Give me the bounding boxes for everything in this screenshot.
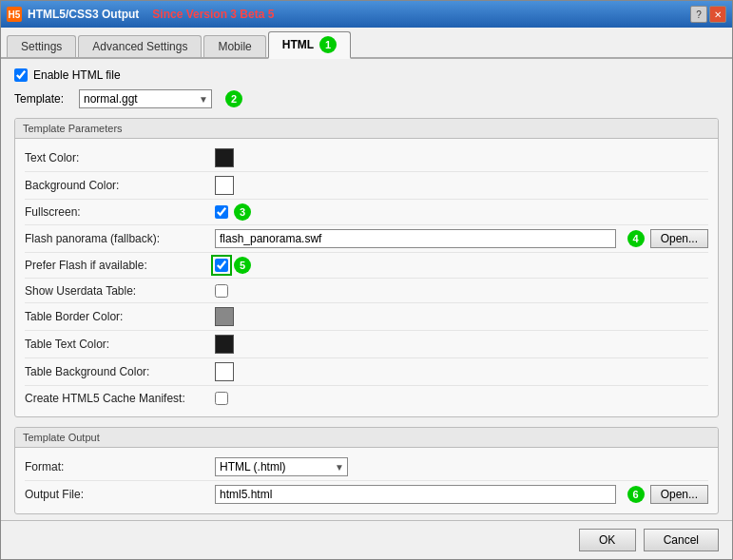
template-params-group: Template Parameters Text Color: Backgrou… <box>14 118 719 417</box>
flash-panorama-input-area: 4 Open... <box>215 229 708 248</box>
bg-color-picker[interactable] <box>215 176 234 195</box>
flash-panorama-input[interactable] <box>215 229 616 248</box>
content-area: Enable HTML file Template: normal.ggt mi… <box>1 59 732 520</box>
flash-panorama-row: Flash panorama (fallback): 4 Open... <box>25 225 708 253</box>
text-color-picker[interactable] <box>215 148 234 167</box>
show-userdata-checkbox[interactable] <box>215 284 228 298</box>
table-text-color-label: Table Text Color: <box>25 338 215 351</box>
format-select-wrapper: HTML (.html) XHTML (.xhtml) PHP (.php) ▼ <box>215 457 348 476</box>
tab-settings[interactable]: Settings <box>7 35 76 57</box>
table-bg-color-label: Table Background Color: <box>25 365 215 378</box>
titlebar-controls: ? ✕ <box>690 6 726 23</box>
output-file-row: Output File: 6 Open... <box>25 481 708 508</box>
titlebar-left: H5 HTML5/CSS3 Output Since Version 3 Bet… <box>7 7 274 22</box>
table-text-color-picker[interactable] <box>215 335 234 354</box>
cache-manifest-label: Create HTML5 Cache Manifest: <box>25 392 215 405</box>
annotation-3: 3 <box>234 203 251 221</box>
tab-advanced-settings[interactable]: Advanced Settings <box>78 35 202 57</box>
template-output-title: Template Output <box>15 428 718 448</box>
annotation-4: 4 <box>627 230 645 247</box>
tabs-bar: Settings Advanced Settings Mobile HTML 1 <box>1 28 732 59</box>
show-userdata-label: Show Userdata Table: <box>25 284 215 298</box>
output-file-input[interactable] <box>215 485 616 504</box>
fullscreen-label: Fullscreen: <box>25 205 215 219</box>
output-file-label: Output File: <box>25 488 215 501</box>
text-color-label: Text Color: <box>25 151 215 164</box>
enable-html-checkbox[interactable] <box>14 68 28 82</box>
bg-color-label: Background Color: <box>25 179 215 192</box>
fullscreen-checkbox[interactable] <box>215 205 228 219</box>
tab-html[interactable]: HTML 1 <box>268 31 351 59</box>
annotation-5: 5 <box>234 257 251 274</box>
output-file-open-button[interactable]: Open... <box>650 485 708 504</box>
close-button[interactable]: ✕ <box>709 6 726 23</box>
annotation-1: 1 <box>319 36 337 53</box>
cache-manifest-checkbox[interactable] <box>215 392 228 405</box>
cancel-button[interactable]: Cancel <box>644 529 719 551</box>
template-select[interactable]: normal.ggt minimal.ggt custom.ggt <box>79 89 212 108</box>
window-subtitle: Since Version 3 Beta 5 <box>152 8 274 21</box>
table-border-color-row: Table Border Color: <box>25 303 708 331</box>
template-row: Template: normal.ggt minimal.ggt custom.… <box>14 89 719 108</box>
cache-manifest-row: Create HTML5 Cache Manifest: <box>25 386 708 411</box>
ok-button[interactable]: OK <box>579 529 636 551</box>
template-params-content: Text Color: Background Color: Fullscreen… <box>15 139 718 416</box>
enable-html-row: Enable HTML file <box>14 68 719 82</box>
annotation-2: 2 <box>225 90 242 107</box>
table-border-color-picker[interactable] <box>215 307 234 326</box>
window-title: HTML5/CSS3 Output <box>28 8 139 21</box>
format-label: Format: <box>25 460 215 473</box>
table-text-color-row: Table Text Color: <box>25 331 708 358</box>
prefer-flash-checkbox[interactable] <box>215 259 228 272</box>
prefer-flash-row: Prefer Flash if available: 5 <box>25 253 708 279</box>
help-button[interactable]: ? <box>690 6 707 23</box>
fullscreen-row: Fullscreen: 3 <box>25 200 708 225</box>
bottom-bar: OK Cancel <box>1 520 732 559</box>
template-output-group: Template Output Format: HTML (.html) XHT… <box>14 427 719 514</box>
enable-html-label: Enable HTML file <box>33 68 121 82</box>
bg-color-row: Background Color: <box>25 172 708 200</box>
app-icon: H5 <box>7 7 22 22</box>
table-border-color-label: Table Border Color: <box>25 310 215 323</box>
output-file-input-area: 6 Open... <box>215 485 708 504</box>
prefer-flash-label: Prefer Flash if available: <box>25 259 215 272</box>
text-color-row: Text Color: <box>25 145 708 172</box>
format-row: Format: HTML (.html) XHTML (.xhtml) PHP … <box>25 454 708 481</box>
template-label: Template: <box>14 92 71 106</box>
table-bg-color-picker[interactable] <box>215 362 234 381</box>
main-window: H5 HTML5/CSS3 Output Since Version 3 Bet… <box>0 0 733 560</box>
format-select[interactable]: HTML (.html) XHTML (.xhtml) PHP (.php) <box>215 457 348 476</box>
flash-panorama-label: Flash panorama (fallback): <box>25 232 215 245</box>
titlebar: H5 HTML5/CSS3 Output Since Version 3 Bet… <box>1 1 732 28</box>
template-select-wrapper: normal.ggt minimal.ggt custom.ggt ▼ <box>79 89 212 108</box>
template-params-title: Template Parameters <box>15 119 718 139</box>
annotation-6: 6 <box>627 486 645 503</box>
flash-panorama-open-button[interactable]: Open... <box>650 229 708 248</box>
template-output-content: Format: HTML (.html) XHTML (.xhtml) PHP … <box>15 448 718 513</box>
tab-mobile[interactable]: Mobile <box>203 35 265 57</box>
table-bg-color-row: Table Background Color: <box>25 358 708 386</box>
show-userdata-row: Show Userdata Table: <box>25 279 708 303</box>
